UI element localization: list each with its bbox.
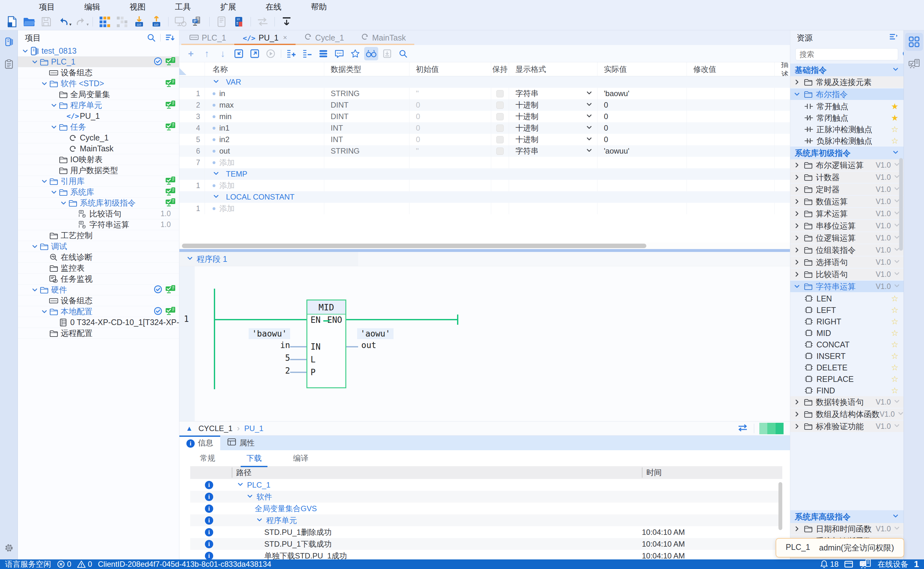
chevron-down-icon[interactable] [586,101,593,109]
windows-icon[interactable] [844,560,853,568]
log-row[interactable]: iPLC_1 [190,479,782,491]
import-icon[interactable] [232,47,246,60]
variable-group-VAR[interactable]: VAR [179,76,790,88]
chevron-down-icon[interactable] [256,516,263,525]
list-view-icon[interactable] [316,47,330,60]
chevron-right-icon[interactable] [792,234,803,241]
category-日期和时间函数[interactable]: 日期和时间函数V1.0 [790,523,904,534]
comment-icon[interactable] [332,47,346,60]
tree-item-任务[interactable]: 任务 [18,122,179,132]
menu-项目[interactable]: 项目 [25,2,69,12]
log-text[interactable]: 全局变量集合GVS [255,504,317,514]
section-header-系统库初级指令[interactable]: 系统库初级指令 [790,146,904,159]
tree-item-系统库初级指令[interactable]: 系统库初级指令 [18,198,179,208]
chevron-down-icon[interactable] [40,308,49,315]
chevron-right-icon[interactable] [792,525,803,532]
log-row[interactable]: i程序单元 [190,514,782,526]
tree-item-PLC_1[interactable]: PLC_1 [18,56,179,67]
errors-indicator[interactable]: 0 [57,560,71,569]
output-tab-信息[interactable]: i信息 [179,435,220,450]
tree-item-在线诊断[interactable]: 在线诊断 [18,252,179,263]
chevron-down-icon[interactable] [894,422,900,431]
add-variable-label[interactable]: 添加 [219,203,235,214]
add-variable-label[interactable]: 添加 [219,180,235,191]
tree-item-设备组态[interactable]: 设备组态 [18,67,179,78]
tree-item-字符串运算[interactable]: 字符串运算1.0 [18,219,179,230]
display-format-select[interactable]: 十进制 [516,100,586,110]
tree-item-比较语句[interactable]: 比较语句1.0 [18,208,179,219]
ladder-canvas[interactable]: 1 MIDENENOINLPin'baowu'52out'aowu' [179,266,790,421]
section-header-系统库高级指令[interactable]: 系统库高级指令 [790,510,904,523]
category-数据转换语句[interactable]: 数据转换语句V1.0 [790,396,904,408]
display-format-select[interactable]: 字符串 [516,146,586,156]
variable-row-max[interactable]: 2maxDINT0十进制0 [179,99,790,111]
project-explorer-icon[interactable] [2,35,16,49]
library-blocks-icon[interactable] [97,15,112,29]
instruction-LEN[interactable]: LEN☆ [790,293,904,304]
log-text[interactable]: 软件 [256,492,272,502]
category-字符串运算[interactable]: 字符串运算V1.0 [790,281,904,292]
tree-item-程序单元[interactable]: 程序单元 [18,100,179,111]
chevron-right-icon[interactable] [792,271,803,278]
tree-item-MainTask[interactable]: MainTask [18,143,179,154]
subtab-编译[interactable]: 编译 [292,450,310,466]
category-比较语句[interactable]: 比较语句V1.0 [790,269,904,280]
chevron-down-icon[interactable] [586,135,593,144]
chevron-down-icon[interactable] [59,199,68,207]
instruction-负脉冲检测触点[interactable]: N负脉冲检测触点☆ [790,135,904,146]
instruction-常开触点[interactable]: 常开触点★ [790,100,904,112]
retain-checkbox[interactable] [496,125,504,132]
breadcrumb-CYCLE_1[interactable]: CYCLE_1 [199,424,233,433]
variable-row-out[interactable]: 6outSTRING''字符串'aowuu' [179,145,790,157]
variable-group-LOCAL CONSTANT[interactable]: LOCAL CONSTANT [179,191,790,203]
tree-item-调试[interactable]: 调试 [18,241,179,252]
search-icon[interactable] [396,47,410,60]
chevron-down-icon[interactable] [586,90,593,98]
tree-item-PU_1[interactable]: </>PU_1 [18,111,179,122]
resources-search-input[interactable] [795,48,898,60]
instruction-LEFT[interactable]: LEFT☆ [790,304,904,316]
favorite-star-icon[interactable]: ☆ [891,305,898,315]
column-header[interactable]: 修改值 [693,64,716,75]
variable-group-TEMP[interactable]: TEMP [179,168,790,180]
operand-out[interactable]: out [361,340,376,350]
online-device-icon[interactable] [859,559,872,569]
chevron-down-icon[interactable] [897,410,904,418]
add-variable-label[interactable]: 添加 [219,157,235,167]
chevron-right-icon[interactable] [792,259,803,266]
instruction-MID[interactable]: MID☆ [790,327,904,339]
operand-in[interactable]: in [280,340,290,350]
menu-在线[interactable]: 在线 [252,2,296,12]
variable-add-row[interactable]: 1添加 [179,203,790,214]
column-header[interactable]: 实际值 [604,64,627,75]
close-icon[interactable]: × [283,33,287,42]
instruction-DELETE[interactable]: DELETE☆ [790,362,904,373]
vertical-scrollbar[interactable] [778,482,782,530]
collapse-panel-icon[interactable]: ▲ [186,424,193,433]
retain-checkbox[interactable] [496,102,504,109]
menu-扩展[interactable]: 扩展 [206,2,250,12]
chevron-down-icon[interactable] [50,102,58,109]
column-header[interactable]: 数据类型 [331,64,361,75]
instruction-INSERT[interactable]: INSERT☆ [790,350,904,362]
module-grid-icon[interactable] [905,33,923,51]
favorite-star-icon[interactable]: ☆ [891,294,898,304]
log-row[interactable]: i软件 [190,491,782,503]
category-串移位运算[interactable]: 串移位运算V1.0 [790,220,904,231]
new-project-icon[interactable] [5,15,19,29]
instruction-常闭触点[interactable]: 常闭触点★ [790,112,904,123]
tree-item-硬件[interactable]: 硬件 [18,284,179,295]
tree-item-全局变量集[interactable]: 全局变量集 [18,89,179,100]
retain-checkbox[interactable] [496,136,504,143]
resources-scrollbar[interactable] [899,158,903,251]
category-位组装指令[interactable]: 位组装指令V1.0 [790,244,904,256]
operand-2[interactable]: 2 [285,366,290,376]
category-位逻辑运算[interactable]: 位逻辑运算V1.0 [790,232,904,243]
favorite-star-icon[interactable]: ☆ [891,340,898,350]
tree-item-软件 <STD>[interactable]: 软件 <STD> [18,78,179,89]
chevron-down-icon[interactable] [30,286,39,294]
chevron-down-icon[interactable] [30,58,39,65]
tree-item-工艺控制[interactable]: 工艺控制 [18,230,179,241]
tree-item-用户数据类型[interactable]: 用户数据类型 [18,165,179,176]
chevron-right-icon[interactable] [792,198,803,205]
